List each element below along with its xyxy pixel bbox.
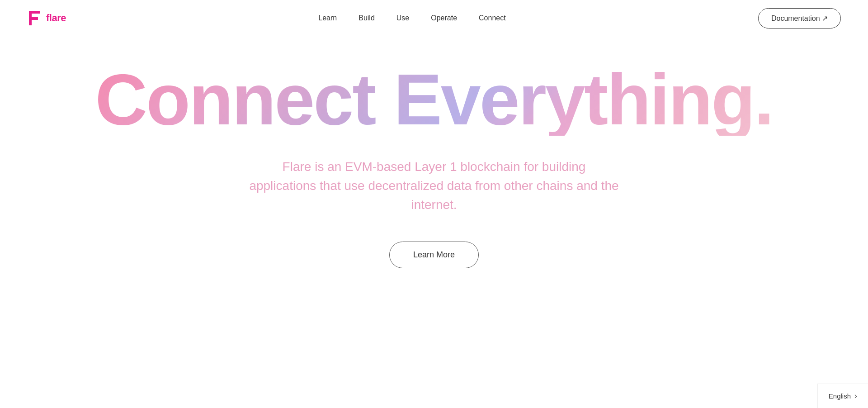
hero-title: Connect Everything. xyxy=(95,63,773,136)
nav-item-learn[interactable]: Learn xyxy=(318,14,337,22)
logo-text: flare xyxy=(46,12,66,24)
nav-links: Learn Build Use Operate Connect xyxy=(318,14,505,22)
navbar: 𝔽 flare Learn Build Use Operate Connect … xyxy=(0,0,868,36)
nav-item-connect[interactable]: Connect xyxy=(479,14,506,22)
nav-item-build[interactable]: Build xyxy=(359,14,375,22)
chevron-right-icon: › xyxy=(854,391,857,401)
hero-section: Connect Everything. Flare is an EVM-base… xyxy=(0,36,868,268)
nav-item-operate[interactable]: Operate xyxy=(431,14,457,22)
hero-subtitle: Flare is an EVM-based Layer 1 blockchain… xyxy=(249,157,619,214)
language-label: English xyxy=(829,392,851,400)
documentation-button[interactable]: Documentation ↗ xyxy=(758,8,841,28)
language-selector[interactable]: English › xyxy=(817,384,868,408)
flare-logo-f xyxy=(27,10,42,26)
logo[interactable]: 𝔽 flare xyxy=(27,10,66,26)
nav-item-use[interactable]: Use xyxy=(396,14,409,22)
learn-more-button[interactable]: Learn More xyxy=(389,242,479,268)
